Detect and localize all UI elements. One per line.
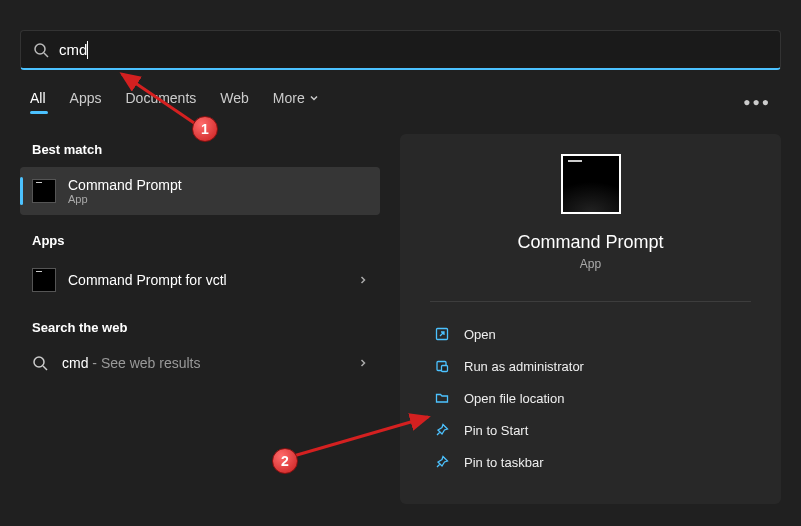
action-label: Pin to Start [464,423,528,438]
action-label: Run as administrator [464,359,584,374]
tab-apps[interactable]: Apps [70,90,102,114]
action-label: Pin to taskbar [464,455,544,470]
section-web: Search the web [20,312,380,345]
overflow-menu[interactable]: ●●● [743,95,771,109]
svg-line-3 [43,366,47,370]
annotation-badge-2: 2 [272,448,298,474]
action-pin-start[interactable]: Pin to Start [420,414,761,446]
pin-icon [434,454,450,470]
chevron-down-icon [309,93,319,103]
search-bar[interactable]: cmd [20,30,781,70]
action-run-admin[interactable]: Run as administrator [420,350,761,382]
results-column: Best match Command Prompt App Apps Comma… [20,134,380,504]
web-suffix: - See web results [88,355,200,371]
result-title: Command Prompt [68,177,182,193]
action-label: Open file location [464,391,564,406]
svg-point-2 [34,357,44,367]
divider [430,301,751,302]
cmd-icon [32,179,56,203]
result-cmd-vctl[interactable]: Command Prompt for vctl [20,258,380,302]
action-open[interactable]: Open [420,318,761,350]
detail-subtitle: App [580,257,601,271]
action-pin-taskbar[interactable]: Pin to taskbar [420,446,761,478]
annotation-badge-1: 1 [192,116,218,142]
detail-title: Command Prompt [517,232,663,253]
tab-all[interactable]: All [30,90,46,114]
section-apps: Apps [20,225,380,258]
tab-more[interactable]: More [273,90,319,114]
folder-icon [434,390,450,406]
detail-panel: Command Prompt App Open Run as administr… [400,134,781,504]
result-title: Command Prompt for vctl [68,272,227,288]
action-list: Open Run as administrator Open file loca… [400,312,781,484]
chevron-right-icon [358,271,368,289]
result-web-cmd[interactable]: cmd - See web results [20,345,380,381]
action-open-location[interactable]: Open file location [420,382,761,414]
admin-shield-icon [434,358,450,374]
svg-rect-6 [442,366,448,372]
web-term: cmd [62,355,88,371]
result-subtitle: App [68,193,182,205]
search-icon [32,355,48,371]
pin-icon [434,422,450,438]
open-icon [434,326,450,342]
tab-web[interactable]: Web [220,90,249,114]
filter-tabs: All Apps Documents Web More ●●● [0,70,801,124]
cmd-icon-large [561,154,621,214]
tab-more-label: More [273,90,305,106]
action-label: Open [464,327,496,342]
tab-documents[interactable]: Documents [125,90,196,114]
result-command-prompt[interactable]: Command Prompt App [20,167,380,215]
chevron-right-icon [358,355,368,371]
cmd-icon [32,268,56,292]
